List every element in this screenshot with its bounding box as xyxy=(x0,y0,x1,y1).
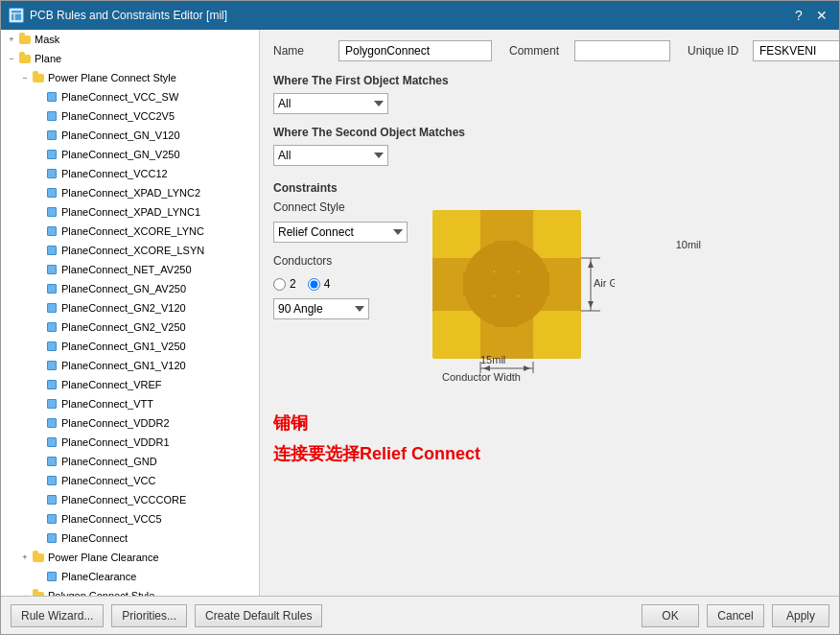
tree-item-mask[interactable]: + Mask xyxy=(1,30,259,49)
tree-item-ppcs[interactable]: − Power Plane Connect Style xyxy=(1,68,259,87)
help-button[interactable]: ? xyxy=(789,6,808,25)
tree-item-planeconnect[interactable]: PlaneConnect xyxy=(1,529,259,548)
conductor-4-radio[interactable] xyxy=(308,278,320,291)
folder-icon-mask xyxy=(18,33,32,46)
rule-icon16 xyxy=(45,378,58,391)
svg-text:Conductor Width: Conductor Width xyxy=(442,371,521,383)
where-first-dropdown[interactable]: All Net Net Class Layer Pad xyxy=(273,93,388,114)
tree-item-pc-xcore-lsyn[interactable]: PlaneConnect_XCORE_LSYN xyxy=(1,241,259,260)
bottom-bar-right: OK Cancel Apply xyxy=(642,604,829,627)
app-icon xyxy=(9,8,24,23)
conductor-4-option[interactable]: 4 xyxy=(308,277,331,291)
uid-input[interactable] xyxy=(753,40,839,61)
apply-button[interactable]: Apply xyxy=(772,604,829,627)
priorities-button[interactable]: Priorities... xyxy=(111,604,187,627)
tree-label-plane: Plane xyxy=(35,53,61,64)
create-default-rules-button[interactable]: Create Default Rules xyxy=(195,604,322,627)
tree-label-mask: Mask xyxy=(35,34,59,45)
expander-ppcs[interactable]: − xyxy=(18,71,32,84)
right-panel: Name Comment Unique ID Test Queries Wher… xyxy=(260,30,839,596)
tree-item-pc-vcc12[interactable]: PlaneConnect_VCC12 xyxy=(1,164,259,183)
svg-marker-36 xyxy=(524,365,530,371)
main-content: + Mask − Plane xyxy=(1,30,839,596)
rule-icon25 xyxy=(45,570,58,583)
svg-rect-17 xyxy=(533,311,581,359)
tree-item-pc-net-av250[interactable]: PlaneConnect_NET_AV250 xyxy=(1,260,259,279)
where-second-dropdown[interactable]: All Net Net Class Layer Pad xyxy=(273,145,388,166)
rule-icon6 xyxy=(45,186,58,200)
tree-item-pc-gn1-v250[interactable]: PlaneConnect_GN1_V250 xyxy=(1,337,259,356)
where-second-row: All Net Net Class Layer Pad xyxy=(273,145,826,166)
conductor-2-radio[interactable] xyxy=(273,278,286,291)
tree-item-pc-gn1-v120[interactable]: PlaneConnect_GN1_V120 xyxy=(1,356,259,375)
tree-item-pc-xpad-lync1[interactable]: PlaneConnect_XPAD_LYNC1 xyxy=(1,202,259,222)
tree-item-pc-xcore-lync[interactable]: PlaneConnect_XCORE_LYNC xyxy=(1,222,259,241)
tree-item-pc-xpad-lync2[interactable]: PlaneConnect_XPAD_LYNC2 xyxy=(1,183,259,202)
tree-item-pc-vcc[interactable]: PlaneConnect_VCC xyxy=(1,471,259,490)
tree-item-pc-vcc5[interactable]: PlaneConnect_VCC5 xyxy=(1,509,259,529)
tree-item-pc-gn2-v120[interactable]: PlaneConnect_GN2_V120 xyxy=(1,298,259,318)
tree-item-pc-vcccore[interactable]: PlaneConnect_VCCCORE xyxy=(1,490,259,509)
tree-item-planeclearance[interactable]: PlaneClearance xyxy=(1,567,259,586)
expander-mask[interactable]: + xyxy=(5,33,18,46)
tree-item-pc-vcc-sw[interactable]: PlaneConnect_VCC_SW xyxy=(1,87,259,106)
constraints-left: Connect Style Relief Connect Direct Conn… xyxy=(273,200,408,319)
svg-text:Air Gap Width: Air Gap Width xyxy=(594,277,615,289)
rule-icon15 xyxy=(45,359,58,372)
conductor-width-value: 15mil xyxy=(480,354,505,365)
tree-panel: + Mask − Plane xyxy=(1,30,260,596)
tree-item-pc-vddr2[interactable]: PlaneConnect_VDDR2 xyxy=(1,413,259,433)
rule-icon5 xyxy=(45,167,58,180)
cancel-button[interactable]: Cancel xyxy=(707,604,764,627)
tree-item-pc-gn2-v250[interactable]: PlaneConnect_GN2_V250 xyxy=(1,318,259,337)
svg-rect-24 xyxy=(506,272,549,295)
svg-rect-15 xyxy=(533,210,581,258)
constraints-content: Connect Style Relief Connect Direct Conn… xyxy=(273,200,826,392)
rule-icon17 xyxy=(45,397,58,411)
rule-icon xyxy=(45,90,58,104)
tree-item-pc-gn-v120[interactable]: PlaneConnect_GN_V120 xyxy=(1,126,259,145)
name-input[interactable] xyxy=(338,40,492,61)
tree-item-pc-vddr1[interactable]: PlaneConnect_VDDR1 xyxy=(1,433,259,452)
annotation-line1: 铺铜 xyxy=(273,412,826,435)
uid-label: Unique ID xyxy=(688,44,745,58)
expander-plane[interactable]: − xyxy=(5,52,18,65)
rule-icon2 xyxy=(45,109,58,123)
folder-icon-ppcl xyxy=(32,551,45,564)
tree-label-ppcl: Power Plane Clearance xyxy=(48,552,159,563)
close-button[interactable]: ✕ xyxy=(812,6,831,25)
bottom-bar: Rule Wizard... Priorities... Create Defa… xyxy=(1,596,839,634)
rule-wizard-button[interactable]: Rule Wizard... xyxy=(11,604,104,627)
conductor-2-option[interactable]: 2 xyxy=(273,277,296,291)
rule-icon22 xyxy=(45,493,58,506)
expander-pgcs[interactable]: − xyxy=(18,589,32,596)
tree-item-pc-gn-v250[interactable]: PlaneConnect_GN_V250 xyxy=(1,145,259,164)
angle-dropdown[interactable]: 90 Angle 45 Angle xyxy=(273,298,369,319)
rule-icon19 xyxy=(45,435,58,449)
exp xyxy=(32,90,45,104)
rule-icon21 xyxy=(45,474,58,487)
comment-input[interactable] xyxy=(574,40,670,61)
constraints-label: Constraints xyxy=(273,181,826,195)
tree-item-pc-vtt[interactable]: PlaneConnect_VTT xyxy=(1,394,259,413)
tree-item-ppcl[interactable]: + Power Plane Clearance xyxy=(1,548,259,567)
where-second-label: Where The Second Object Matches xyxy=(273,126,826,139)
air-gap-value: 10mil xyxy=(676,239,701,250)
annotation-line2: 连接要选择Relief Connect xyxy=(273,442,826,465)
ok-button[interactable]: OK xyxy=(642,604,699,627)
where-first-row: All Net Net Class Layer Pad xyxy=(273,93,826,114)
svg-marker-33 xyxy=(588,261,594,268)
title-bar: PCB Rules and Constraints Editor [mil] ?… xyxy=(1,1,839,30)
tree-item-plane[interactable]: − Plane xyxy=(1,49,259,68)
tree-item-pc-vref[interactable]: PlaneConnect_VREF xyxy=(1,375,259,394)
title-bar-left: PCB Rules and Constraints Editor [mil] xyxy=(9,8,227,23)
tree-item-pgcs[interactable]: − Polygon Connect Style xyxy=(1,586,259,596)
folder-icon-plane xyxy=(18,52,32,65)
expander-ppcl[interactable]: + xyxy=(18,551,32,564)
tree-item-pc-gn-av250[interactable]: PlaneConnect_GN_AV250 xyxy=(1,279,259,298)
connect-style-dropdown[interactable]: Relief Connect Direct Connect No Connect xyxy=(273,222,408,243)
rule-icon8 xyxy=(45,224,58,238)
tree-item-pc-vcc2v5[interactable]: PlaneConnect_VCC2V5 xyxy=(1,106,259,126)
name-label: Name xyxy=(273,44,331,58)
tree-item-pc-gnd[interactable]: PlaneConnect_GND xyxy=(1,452,259,471)
